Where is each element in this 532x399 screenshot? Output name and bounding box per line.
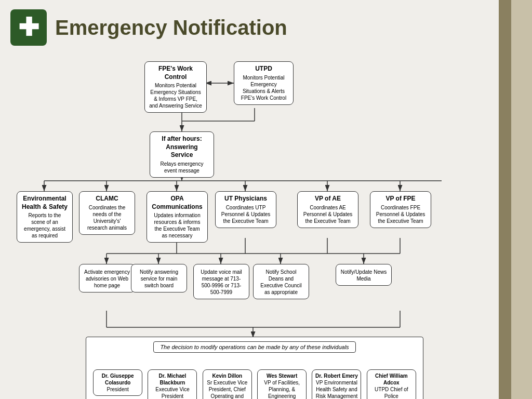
notify-news-text: Notify/Update News Media: [340, 269, 387, 282]
vp-ae-subtitle: Coordinates AE Personnel & Updates the E…: [302, 204, 354, 224]
adcox-role: UTPD Chief of Police: [369, 386, 414, 399]
logo-box: ✚: [10, 9, 47, 46]
notify-answering-text: Notify answering service for main switch…: [136, 269, 182, 289]
person-adcox: Chief William Adcox UTPD Chief of Police: [367, 369, 416, 399]
activate-box: Activate emergency advisories on Web hom…: [79, 264, 135, 292]
people-row: Dr. Giuseppe Colasurdo President Dr. Mic…: [86, 369, 423, 399]
update-voice-box: Update voice mail message at 713-500-999…: [193, 264, 249, 299]
clamc-box: CLAMC Coordinates the needs of the Unive…: [79, 191, 135, 235]
person-emery: Dr. Robert Emery VP Environmental Health…: [312, 369, 361, 399]
activate-text: Activate emergency advisories on Web hom…: [84, 269, 130, 289]
decision-label-container: The decision to modify operations can be…: [86, 341, 423, 353]
page-title: Emergency Notification: [55, 16, 287, 39]
vp-fpe-title: VP of FPE: [375, 195, 427, 203]
diagram: FPE's Work Control Monitors Potential Em…: [5, 51, 494, 399]
dillon-name: Kevin Dillon: [205, 373, 249, 379]
notify-answering-box: Notify answering service for main switch…: [131, 264, 187, 292]
answering-title: If after hours: Answering Service: [154, 135, 209, 159]
notify-school-box: Notify School Deans and Executive Counci…: [253, 264, 309, 299]
vp-fpe-box: VP of FPE Coordinates FPE Personnel & Up…: [370, 191, 431, 228]
clamc-subtitle: Coordinates the needs of the University'…: [84, 204, 130, 231]
ut-physicians-box: UT Physicians Coordinates UTP Personnel …: [215, 191, 276, 228]
fpe-work-control-box: FPE's Work Control Monitors Potential Em…: [144, 61, 207, 113]
fpe-subtitle: Monitors Potential Emergency Situations …: [149, 82, 202, 109]
opa-title: OPA Communications: [151, 195, 203, 211]
utpd-box: UTPD Monitors Potential Emergency Situat…: [234, 61, 294, 105]
header: ✚ Emergency Notification: [0, 0, 499, 51]
notify-school-text: Notify School Deans and Executive Counci…: [258, 269, 304, 296]
ut-physicians-subtitle: Coordinates UTP Personnel & Updates the …: [220, 204, 272, 224]
right-sidebar-inner: [511, 0, 532, 399]
vp-ae-box: VP of AE Coordinates AE Personnel & Upda…: [297, 191, 358, 228]
ehs-box: Environmental Health & Safety Reports to…: [17, 191, 73, 243]
person-stewart: Wes Stewart VP of Facilities, Planning, …: [257, 369, 307, 399]
opa-box: OPA Communications Updates information r…: [147, 191, 208, 243]
vp-fpe-subtitle: Coordinates FPE Personnel & Updates the …: [375, 204, 427, 224]
utpd-subtitle: Monitors Potential Emergency Situations …: [238, 74, 289, 101]
decision-label: The decision to modify operations can be…: [153, 341, 355, 353]
ehs-title: Environmental Health & Safety: [21, 195, 68, 211]
update-voice-text: Update voice mail message at 713-500-999…: [198, 269, 245, 296]
ut-physicians-title: UT Physicians: [220, 195, 272, 203]
fpe-title: FPE's Work Control: [149, 65, 202, 81]
person-colasurdo: Dr. Giuseppe Colasurdo President: [93, 369, 142, 396]
clamc-title: CLAMC: [84, 195, 130, 203]
vp-ae-title: VP of AE: [302, 195, 354, 203]
person-blackburn: Dr. Michael Blackburn Executive Vice Pre…: [148, 369, 197, 399]
opa-subtitle: Updates information resources & informs …: [151, 212, 203, 239]
person-dillon: Kevin Dillon Sr Executive Vice President…: [203, 369, 252, 399]
dillon-role: Sr Executive Vice President, Chief Opera…: [205, 379, 249, 399]
medical-cross-icon: ✚: [18, 15, 39, 40]
blackburn-role: Executive Vice President Research: [150, 386, 194, 399]
stewart-role: VP of Facilities, Planning, & Engineerin…: [260, 379, 304, 399]
bottom-group-box: The decision to modify operations can be…: [86, 337, 423, 399]
emery-name: Dr. Robert Emery: [314, 373, 358, 379]
emery-role: VP Environmental Health Safety and Risk …: [314, 379, 358, 399]
adcox-name: Chief William Adcox: [369, 373, 414, 386]
answering-subtitle: Relays emergency event message: [154, 161, 209, 174]
blackburn-name: Dr. Michael Blackburn: [150, 373, 194, 386]
colasurdo-role: President: [96, 386, 140, 393]
notify-news-box: Notify/Update News Media: [336, 264, 392, 286]
colasurdo-name: Dr. Giuseppe Colasurdo: [96, 373, 140, 386]
answering-service-box: If after hours: Answering Service Relays…: [150, 131, 214, 178]
utpd-title: UTPD: [238, 65, 289, 73]
right-sidebar: [499, 0, 532, 399]
ehs-subtitle: Reports to the scene of an emergency, as…: [21, 212, 68, 239]
stewart-name: Wes Stewart: [260, 373, 304, 379]
